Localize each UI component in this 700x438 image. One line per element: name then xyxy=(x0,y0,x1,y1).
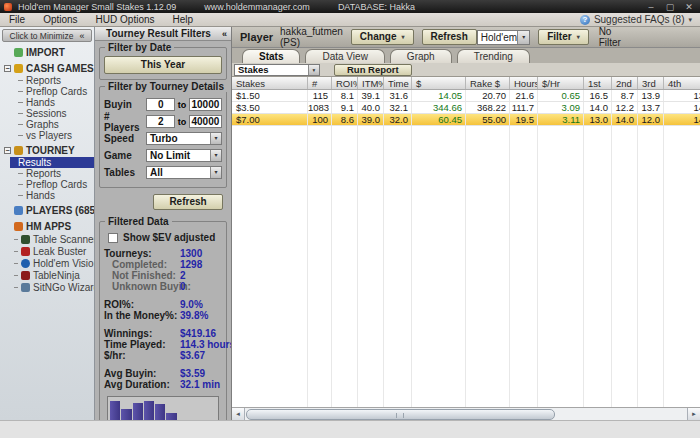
horizontal-scrollbar[interactable]: ◄ ► xyxy=(232,407,700,420)
chevron-down-icon[interactable]: ▾ xyxy=(308,65,319,75)
column-header-time[interactable]: Time xyxy=(384,77,412,89)
minimize-icon[interactable]: – xyxy=(643,2,659,12)
sidebar-section-import[interactable]: IMPORT xyxy=(0,46,94,59)
sidebar-item-cash-hands[interactable]: Hands xyxy=(0,97,94,108)
filter-status-text: No Filter xyxy=(599,27,621,48)
table-row[interactable]: $1.50 115 8.1 39.1 31.6 14.05 20.70 21.6… xyxy=(232,90,700,102)
players-from-input[interactable]: 2 xyxy=(146,115,175,128)
filter-by-tourney-details-group: Filter by Tourney Details Buyin 0 to 100… xyxy=(99,86,227,188)
filtered-data-group: Filtered Data Show $EV adjusted Tourneys… xyxy=(99,221,227,420)
filters-refresh-button[interactable]: Refresh xyxy=(153,194,223,210)
title-bar: Hold'em Manager Small Stakes 1.12.09 www… xyxy=(0,0,700,13)
chevron-down-icon[interactable]: ▾ xyxy=(517,31,529,44)
sidebar-section-cash-games[interactable]: − CASH GAMES xyxy=(0,62,94,75)
column-header-hours[interactable]: Hours xyxy=(510,77,538,89)
sidebar-item-sitngo-wizard[interactable]: SitNGo Wizard xyxy=(0,281,94,293)
sidebar-item-table-scanner[interactable]: Table Scanner xyxy=(0,233,94,245)
sidebar-section-tourney[interactable]: − TOURNEY xyxy=(0,144,94,157)
game-type-select[interactable]: Hold'em ▾ xyxy=(477,30,530,45)
table-row[interactable]: $3.50 1083 9.1 40.0 32.1 344.66 368.22 1… xyxy=(232,102,700,114)
menu-help[interactable]: Help xyxy=(164,13,203,27)
players-icon xyxy=(14,206,23,215)
histogram-bar: 14.2 xyxy=(144,399,154,420)
column-header-stakes[interactable]: Stakes xyxy=(232,77,308,89)
stat-roi: ROI%:9.0% xyxy=(104,300,222,310)
this-year-button[interactable]: This Year xyxy=(104,56,222,74)
report-type-select[interactable]: Stakes ▾ xyxy=(234,64,320,76)
histogram-bar: 14.2 xyxy=(110,399,120,420)
menu-options[interactable]: Options xyxy=(34,13,86,27)
menu-file[interactable]: File xyxy=(0,13,34,27)
column-header-4th[interactable]: 4th xyxy=(664,77,700,89)
expander-icon[interactable]: − xyxy=(4,65,11,72)
buyin-to-input[interactable]: 10000 xyxy=(189,98,222,111)
histogram-bar: 8.8 xyxy=(178,399,187,420)
players-to-input[interactable]: 40000 xyxy=(189,115,222,128)
close-icon[interactable]: ✕ xyxy=(681,2,697,12)
sidebar-item-cash-sessions[interactable]: Sessions xyxy=(0,108,94,119)
column-header-itm[interactable]: ITM% xyxy=(358,77,384,89)
sidebar-section-players[interactable]: PLAYERS (68552) xyxy=(0,204,94,217)
chevron-down-icon[interactable]: ▾ xyxy=(210,167,221,178)
scrollbar-thumb[interactable] xyxy=(246,409,555,420)
report-controls-bar: Stakes ▾ Run Report xyxy=(232,63,700,77)
app-window: Hold'em Manager Small Stakes 1.12.09 www… xyxy=(0,0,700,438)
sidebar-item-cash-graphs[interactable]: Graphs xyxy=(0,119,94,130)
speed-label: Speed xyxy=(104,133,146,144)
change-player-button[interactable]: Change ▾ xyxy=(351,29,414,45)
column-header-1st[interactable]: 1st xyxy=(584,77,612,89)
maximize-icon[interactable]: ▢ xyxy=(662,2,678,12)
histogram-bar xyxy=(207,399,216,420)
sidebar-item-leak-buster[interactable]: Leak Buster xyxy=(0,245,94,257)
sidebar-item-tourney-preflop-cards[interactable]: Preflop Cards xyxy=(0,179,94,190)
website-text: www.holdemmanager.com xyxy=(204,2,310,12)
show-ev-adjusted-checkbox[interactable] xyxy=(108,233,118,243)
tab-stats[interactable]: Stats xyxy=(242,49,300,63)
tab-graph[interactable]: Graph xyxy=(390,49,452,63)
suggested-faqs-dropdown[interactable]: ? Suggested FAQs (8) ▾ xyxy=(580,14,700,25)
speed-select[interactable]: Turbo ▾ xyxy=(146,132,222,145)
sidebar-item-cash-preflop-cards[interactable]: Preflop Cards xyxy=(0,86,94,97)
results-grid: Stakes # ROI% ITM% Time $ Rake $ Hours $… xyxy=(232,77,700,420)
sidebar-item-tourney-reports[interactable]: Reports xyxy=(0,168,94,179)
column-header-roi[interactable]: ROI% xyxy=(332,77,358,89)
collapse-icon[interactable]: « xyxy=(222,29,227,39)
chevron-down-icon[interactable]: ▾ xyxy=(210,150,221,161)
column-header-dollars[interactable]: $ xyxy=(412,77,466,89)
buyin-from-input[interactable]: 0 xyxy=(146,98,175,111)
filters-panel-header: Tourney Result Filters « xyxy=(95,27,231,41)
filter-button[interactable]: Filter ▾ xyxy=(538,29,588,45)
expander-icon[interactable]: − xyxy=(4,147,11,154)
window-bottom-strip xyxy=(0,420,700,438)
scroll-right-icon[interactable]: ► xyxy=(687,408,700,420)
histogram-bar: 7.9 xyxy=(187,399,196,420)
tables-select[interactable]: All ▾ xyxy=(146,166,222,179)
sidebar-item-holdem-vision[interactable]: Hold'em Vision xyxy=(0,257,94,269)
sidebar-minimize-button[interactable]: Click to Minimize « xyxy=(2,29,92,42)
tab-trending[interactable]: Trending xyxy=(457,49,530,63)
column-header-per-hour[interactable]: $/Hr xyxy=(538,77,584,89)
column-header-2nd[interactable]: 2nd xyxy=(612,77,638,89)
scroll-left-icon[interactable]: ◄ xyxy=(232,408,245,420)
column-header-rake[interactable]: Rake $ xyxy=(466,77,510,89)
chevron-down-icon[interactable]: ▾ xyxy=(210,133,221,144)
filter-by-date-label: Filter by Date xyxy=(105,42,174,53)
histogram-bar: 13.5 xyxy=(155,399,165,420)
histogram-bar: 5.2 xyxy=(197,399,206,420)
tab-data-view[interactable]: Data View xyxy=(305,49,384,63)
table-row-selected[interactable]: $7.00 100 8.6 39.0 32.0 60.45 55.00 19.5… xyxy=(232,114,700,126)
menu-hud-options[interactable]: HUD Options xyxy=(87,13,164,27)
grid-header-row: Stakes # ROI% ITM% Time $ Rake $ Hours $… xyxy=(232,77,700,90)
sidebar-item-tourney-hands[interactable]: Hands xyxy=(0,190,94,201)
player-refresh-button[interactable]: Refresh xyxy=(422,29,477,45)
sidebar-item-tableninja[interactable]: TableNinja xyxy=(0,269,94,281)
sidebar-section-hm-apps[interactable]: HM APPS xyxy=(0,220,94,233)
sidebar-item-cash-vs-players[interactable]: vs Players xyxy=(0,130,94,141)
sidebar-item-tourney-results[interactable]: Results xyxy=(10,157,94,168)
column-header-3rd[interactable]: 3rd xyxy=(638,77,664,89)
column-header-count[interactable]: # xyxy=(308,77,332,89)
run-report-button[interactable]: Run Report xyxy=(334,64,412,76)
stat-tourneys: Tourneys:1300 xyxy=(104,249,222,259)
game-select[interactable]: No Limit ▾ xyxy=(146,149,222,162)
sidebar-item-cash-reports[interactable]: Reports xyxy=(0,75,94,86)
